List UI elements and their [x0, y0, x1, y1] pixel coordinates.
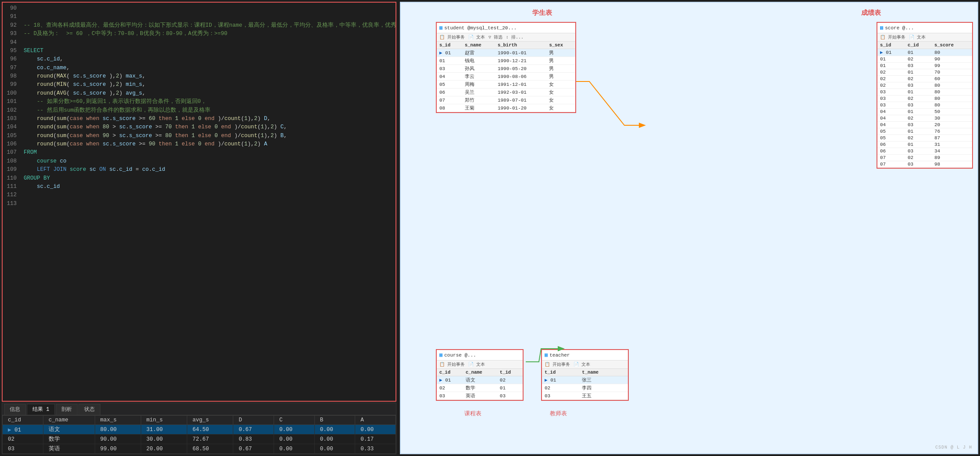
watermark: CSDN @ L J H	[935, 445, 972, 450]
score-cell-16-c_id: 02	[905, 155, 932, 161]
result-cell-0-avg_s: 64.50	[187, 425, 233, 435]
teacher-table-body: t_id t_name ▶ 01张三02李四03王五	[542, 369, 628, 400]
code-content[interactable]: -- 18、查询各科成绩最高分、最低分和平均分：以如下形式显示：课程ID，课程n…	[20, 3, 396, 401]
score-cell-13-c_id: 02	[905, 135, 932, 141]
student-cell-6-s_birth: 1989-07-01	[495, 96, 547, 104]
score-cell-4-c_id: 02	[905, 76, 932, 82]
teacher-cell-0-t_id: ▶ 01	[542, 376, 579, 384]
score-cell-12-s_score: 76	[932, 128, 972, 135]
student-cell-5-s_sex: 女	[546, 88, 575, 96]
student-table-toolbar[interactable]: 📋 开始事务 📄 文本 ▽ 筛选 ↕ 排...	[437, 33, 575, 42]
score-cell-16-s_score: 89	[932, 155, 972, 161]
score-toolbar-text[interactable]: 📄 文本	[909, 34, 926, 40]
student-cell-7-s_birth: 1990-01-20	[495, 104, 547, 112]
result-cell-2-avg_s: 68.50	[187, 444, 233, 454]
tab-result[interactable]: 结果 1	[27, 404, 55, 415]
student-table-title: 学生表	[532, 9, 552, 17]
result-cell-0-A: 0.00	[355, 425, 396, 435]
score-cell-14-s_score: 31	[932, 141, 972, 148]
score-cell-3-c_id: 01	[905, 69, 932, 76]
result-cell-0-max_s: 80.00	[95, 425, 141, 435]
teacher-table-toolbar[interactable]: 📋 开始事务 📄 文本	[542, 361, 628, 369]
col-header-c_id: c_id	[3, 416, 43, 425]
tab-bar[interactable]: 信息 结果 1 剖析 状态	[2, 403, 396, 415]
score-cell-7-s_score: 80	[932, 95, 972, 102]
course-table-box: ▦ course @... 📋 开始事务 📄 文本 c_id c_name t_…	[436, 349, 524, 401]
student-cell-2-s_name: 孙风	[462, 65, 495, 73]
teacher-toolbar-begin[interactable]: 📋 开始事务	[545, 361, 570, 368]
student-cell-3-s_name: 李云	[462, 73, 495, 81]
result-content: c_id c_name max_s min_s avg_s D C B A ▶ …	[2, 415, 396, 454]
result-cell-0-c_name: 语文	[43, 425, 95, 435]
student-cell-3-s_birth: 1990-08-06	[495, 73, 547, 81]
score-cell-5-s_score: 80	[932, 82, 972, 89]
course-toolbar-text[interactable]: 📄 文本	[468, 361, 485, 368]
score-cell-5-c_id: 03	[905, 82, 932, 89]
score-cell-15-s_score: 34	[932, 148, 972, 155]
course-label: 课程表	[464, 410, 481, 417]
result-cell-2-c_id: 03	[3, 444, 43, 454]
teacher-table-header: ▦ teacher	[542, 350, 628, 361]
course-toolbar-begin[interactable]: 📋 开始事务	[439, 361, 465, 368]
score-cell-1-s_score: 90	[932, 56, 972, 63]
score-table-box: ▦ score @... 📋 开始事务 📄 文本 s_id c_id s_sco…	[877, 22, 973, 169]
student-cell-6-s_id: 07	[437, 96, 462, 104]
teacher-toolbar-text[interactable]: 📄 文本	[574, 361, 590, 368]
student-cell-6-s_sex: 女	[546, 96, 575, 104]
result-cell-0-c_id: ▶ 01	[3, 425, 43, 435]
score-cell-16-s_id: 07	[877, 155, 905, 161]
student-cell-1-s_sex: 男	[546, 57, 575, 65]
tab-status[interactable]: 状态	[78, 404, 100, 415]
score-cell-12-s_id: 05	[877, 128, 905, 135]
score-cell-10-c_id: 02	[905, 115, 932, 122]
result-cell-2-c_name: 英语	[43, 444, 95, 454]
course-cell-2-c_id: 03	[437, 392, 463, 400]
student-cell-4-s_name: 周梅	[462, 81, 495, 88]
score-cell-4-s_score: 60	[932, 76, 972, 82]
student-table-icon: ▦	[439, 25, 442, 31]
col-header-min_s: min_s	[141, 416, 187, 425]
student-table-header: ▦ student @mysql_test_20...	[437, 23, 575, 33]
student-cell-5-s_name: 吴兰	[462, 88, 495, 96]
course-col-t_id: t_id	[497, 369, 523, 376]
student-toolbar-sort[interactable]: ↕ 排...	[506, 34, 524, 40]
score-cell-9-c_id: 01	[905, 109, 932, 115]
course-cell-1-c_name: 数学	[463, 384, 497, 392]
course-cell-0-c_id: ▶ 01	[437, 376, 463, 384]
student-cell-0-s_name: 赵雷	[462, 49, 495, 57]
score-table-body: s_id c_id s_score ▶ 01018001029001039902…	[877, 42, 972, 168]
score-table-toolbar[interactable]: 📋 开始事务 📄 文本	[877, 33, 972, 42]
course-table-icon: ▦	[439, 352, 442, 358]
student-cell-7-s_id: 08	[437, 104, 462, 112]
student-toolbar-begin[interactable]: 📋 开始事务	[439, 34, 465, 40]
student-col-s_birth: s_birth	[495, 42, 547, 49]
score-cell-0-s_id: ▶ 01	[877, 49, 905, 56]
course-table-name: course @...	[444, 353, 476, 358]
student-table-name: student @mysql_test_20...	[444, 25, 517, 31]
student-cell-0-s_birth: 1990-01-01	[495, 49, 547, 57]
course-table-toolbar[interactable]: 📋 开始事务 📄 文本	[437, 361, 523, 369]
score-cell-5-s_id: 02	[877, 82, 905, 89]
student-toolbar-filter[interactable]: ▽ 筛选	[488, 34, 502, 40]
student-cell-3-s_id: 04	[437, 73, 462, 81]
teacher-label: 教师表	[550, 410, 567, 417]
score-cell-17-c_id: 03	[905, 161, 932, 168]
result-cell-2-D: 0.67	[233, 444, 274, 454]
score-cell-17-s_score: 98	[932, 161, 972, 168]
student-cell-1-s_name: 钱电	[462, 57, 495, 65]
score-cell-13-s_score: 87	[932, 135, 972, 141]
col-header-C: C	[274, 416, 315, 425]
score-toolbar-begin[interactable]: 📋 开始事务	[880, 34, 905, 40]
tab-info[interactable]: 信息	[4, 404, 26, 415]
score-cell-2-s_id: 01	[877, 63, 905, 69]
student-col-s_sex: s_sex	[546, 42, 575, 49]
result-cell-2-A: 0.33	[355, 444, 396, 454]
line-numbers: 9091929394959697989910010110210310410510…	[3, 3, 20, 401]
tab-profile[interactable]: 剖析	[56, 404, 78, 415]
student-toolbar-text[interactable]: 📄 文本	[468, 34, 485, 40]
result-cell-1-avg_s: 72.67	[187, 435, 233, 444]
result-cell-0-B: 0.00	[314, 425, 355, 435]
teacher-table-icon: ▦	[545, 352, 548, 358]
student-col-s_name: s_name	[462, 42, 495, 49]
score-cell-11-s_score: 20	[932, 122, 972, 128]
